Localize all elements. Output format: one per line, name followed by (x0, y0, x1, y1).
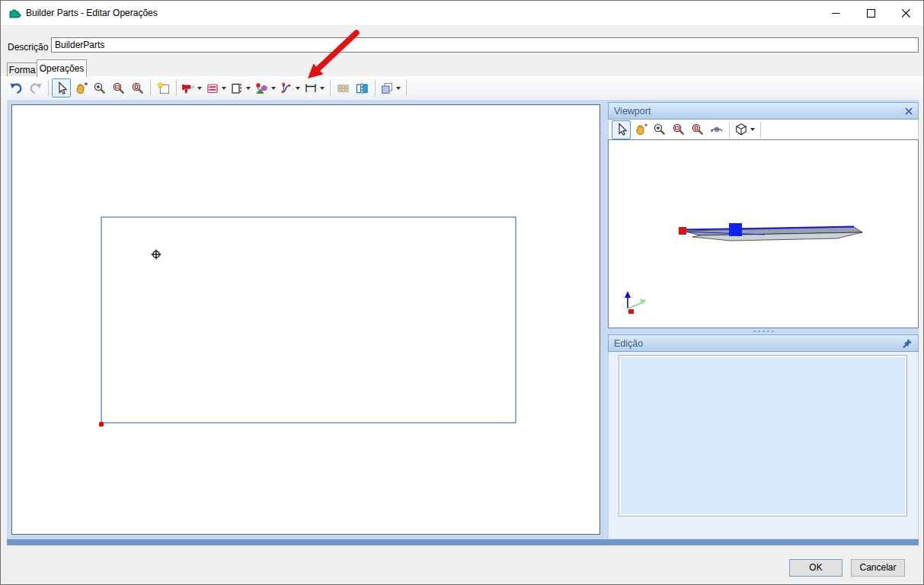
cursor-icon (55, 82, 69, 95)
title-bar[interactable]: Builder Parts - Editar Operações (1, 1, 923, 25)
dropdown-caret (296, 87, 300, 90)
dropdown-caret (222, 87, 226, 90)
edicao-title: Edição (614, 338, 643, 349)
redo-icon (28, 82, 43, 95)
main-region: Viewport (7, 100, 919, 545)
zoom-window-icon (672, 123, 686, 136)
zoom-window-button[interactable] (109, 78, 128, 98)
dropdown-caret (396, 87, 401, 90)
vp-orbit-button[interactable] (707, 120, 726, 139)
toolbar-separator (375, 80, 376, 96)
panel-splitter[interactable] (608, 328, 919, 334)
layers-button[interactable] (379, 78, 403, 98)
toolbar-separator (176, 80, 177, 96)
curve-icon (280, 82, 293, 95)
viewport-3d-view[interactable] (608, 139, 919, 328)
tab-operacoes[interactable]: Operações (37, 59, 87, 77)
maximize-button[interactable] (853, 1, 888, 25)
zoom-window-icon (112, 82, 126, 95)
red-handle (679, 227, 686, 235)
shapes-tool-button[interactable] (253, 78, 278, 98)
operations-toolbar (1, 76, 923, 100)
mirror-button[interactable] (353, 78, 372, 98)
undo-icon (9, 82, 24, 95)
toolbar-separator (760, 122, 761, 138)
edge-band-button[interactable] (229, 78, 253, 98)
dimension-tool-button[interactable] (302, 78, 327, 98)
origin-point (99, 422, 104, 427)
bricks-button[interactable] (334, 78, 353, 98)
zoom-fit-button[interactable] (128, 78, 147, 98)
toolbar-separator (330, 80, 331, 96)
tab-forma[interactable]: Forma (7, 62, 37, 76)
crosshair-target-symbol (152, 250, 161, 260)
vp-pan-tool-button[interactable] (631, 120, 650, 139)
cursor-icon (615, 123, 628, 136)
orbit-icon (709, 123, 724, 136)
pin-icon[interactable] (902, 338, 913, 349)
vp-zoom-in-button[interactable] (650, 120, 669, 139)
dropdown-caret (750, 128, 755, 131)
side-panels: Viewport (608, 102, 919, 539)
axis-triad (625, 291, 647, 314)
pan-hand-icon (73, 82, 88, 95)
viewport-close-icon[interactable] (905, 107, 913, 115)
view-cube-icon (734, 123, 748, 136)
drill-icon (181, 82, 195, 95)
curve-tool-button[interactable] (278, 78, 302, 98)
edicao-properties-area[interactable] (619, 355, 907, 516)
pan-hand-icon (633, 123, 648, 136)
minimize-button[interactable] (818, 1, 853, 25)
pan-tool-button[interactable] (71, 78, 90, 98)
viewport-title: Viewport (614, 106, 651, 117)
edicao-panel-body (608, 352, 919, 539)
sketch-drawing (12, 105, 599, 534)
zoom-in-icon (653, 123, 667, 136)
toolbar-separator (48, 80, 49, 96)
edge-band-icon (230, 82, 244, 95)
dropdown-caret (320, 87, 325, 90)
shapes-icon (254, 82, 269, 95)
zoom-in-button[interactable] (90, 78, 109, 98)
new-sketch-button[interactable] (154, 78, 173, 98)
drill-tool-button[interactable] (180, 78, 204, 98)
window-title: Builder Parts - Editar Operações (26, 1, 158, 25)
bricks-icon (336, 82, 350, 95)
dialog-window: Builder Parts - Editar Operações Descriç… (0, 0, 924, 585)
zoom-fit-icon (691, 123, 705, 136)
undo-button[interactable] (7, 78, 26, 98)
puzzle-piece-icon (8, 6, 21, 20)
edicao-panel-header[interactable]: Edição (608, 334, 919, 352)
dropdown-caret (197, 87, 202, 90)
new-sketch-icon (157, 82, 171, 95)
vp-zoom-window-button[interactable] (669, 120, 688, 139)
description-label: Descrição (8, 42, 48, 53)
toolbar-separator (729, 122, 730, 138)
cancel-button[interactable]: Cancelar (851, 559, 905, 577)
sketch-canvas-frame (7, 100, 605, 539)
viewport-toolbar (608, 120, 919, 139)
dimension-icon (304, 82, 318, 95)
zoom-in-icon (93, 82, 107, 95)
blue-handle (729, 223, 742, 236)
panel-sections-button[interactable] (204, 78, 229, 98)
toolbar-separator (150, 80, 151, 96)
mirror-icon (355, 82, 369, 95)
vp-select-tool-button[interactable] (612, 120, 631, 139)
select-tool-button[interactable] (52, 78, 71, 98)
close-button[interactable] (888, 1, 923, 25)
toolbar-separator (406, 80, 407, 96)
bottom-blue-bar (7, 539, 919, 545)
dropdown-caret (246, 87, 251, 90)
viewport-3d-drawing (609, 140, 918, 328)
vp-zoom-fit-button[interactable] (688, 120, 707, 139)
zoom-fit-icon (131, 82, 145, 95)
layers-icon (380, 82, 394, 95)
sketch-canvas[interactable] (11, 104, 600, 535)
redo-button[interactable] (26, 78, 45, 98)
ok-button[interactable]: OK (789, 559, 842, 577)
viewport-panel-header[interactable]: Viewport (608, 102, 919, 120)
vp-view-cube-button[interactable] (733, 120, 757, 139)
description-input[interactable] (51, 37, 919, 53)
panel-sections-icon (206, 82, 219, 95)
